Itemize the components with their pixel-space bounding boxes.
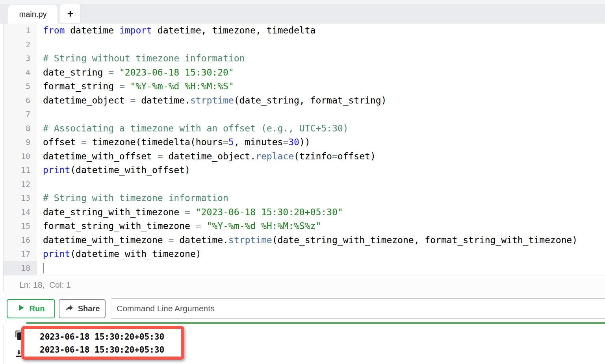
line-number: 10 [4, 150, 37, 164]
line-number: 17 [4, 247, 37, 261]
code-line[interactable]: # String without timezone information [43, 52, 605, 66]
line-number: 8 [4, 122, 37, 136]
line-number: 18 [4, 261, 37, 275]
output-icon-gutter [4, 322, 26, 364]
output-content: 2023-06-18 15:30:20+05:302023-06-18 15:3… [26, 322, 605, 364]
run-button[interactable]: Run [7, 299, 55, 318]
code-line[interactable]: date_string = "2023-06-18 15:30:20" [43, 66, 605, 80]
code-editor-panel: 123456789101112131415161718 from datetim… [3, 24, 605, 294]
line-number: 14 [4, 205, 37, 220]
code-line[interactable] [43, 107, 605, 122]
line-number: 12 [4, 177, 37, 192]
line-number: 6 [4, 94, 37, 108]
code-line[interactable]: datetime_object = datetime.strptime(date… [43, 94, 605, 108]
line-number: 5 [4, 79, 37, 94]
code-line[interactable]: format_string_with_timezone = "%Y-%m-%d … [43, 219, 605, 233]
line-number: 2 [4, 38, 37, 52]
code-line[interactable]: print(datetime_with_timezone) [43, 247, 605, 261]
line-number: 15 [4, 219, 37, 233]
download-output-button[interactable] [14, 348, 24, 358]
line-number: 9 [4, 135, 37, 150]
line-number: 3 [4, 52, 37, 66]
line-number: 16 [4, 233, 37, 248]
code-area[interactable]: from datetime import datetime, timezone,… [43, 24, 605, 275]
download-icon [14, 353, 24, 360]
copy-icon [14, 335, 24, 342]
tab-main-py-label: main.py [19, 10, 46, 19]
code-line[interactable]: format_string = "%Y-%m-%d %H:%M:%S" [43, 79, 605, 94]
share-button[interactable]: Share [59, 299, 106, 318]
code-line[interactable]: # String with timezone information [43, 191, 605, 205]
output-line: 2023-06-18 15:30:20+05:30 [40, 331, 164, 344]
line-number: 4 [4, 66, 37, 80]
line-number: 1 [4, 24, 37, 38]
share-arrow-icon [65, 303, 74, 314]
code-line[interactable]: datetime_with_timezone = datetime.strpti… [43, 233, 605, 248]
cursor-position-label: Ln: 18, Col: 1 [19, 280, 71, 290]
code-line[interactable]: # Associating a timezone with an offset … [43, 122, 605, 136]
run-button-label: Run [30, 304, 45, 313]
code-line[interactable]: offset = timezone(timedelta(hours=5, min… [43, 135, 605, 150]
status-bar: Ln: 18, Col: 1 [4, 275, 605, 294]
line-number: 13 [4, 191, 37, 205]
play-icon [17, 304, 25, 314]
tab-main-py[interactable]: main.py [8, 5, 58, 24]
line-number-gutter: 123456789101112131415161718 [4, 24, 37, 275]
share-button-label: Share [78, 304, 100, 313]
code-line[interactable] [43, 177, 605, 192]
output-text: 2023-06-18 15:30:20+05:302023-06-18 15:3… [40, 331, 164, 357]
code-line[interactable]: date_string_with_timezone = "2023-06-18 … [43, 205, 605, 220]
command-line-arguments-input[interactable] [111, 298, 605, 319]
code-line[interactable] [43, 38, 605, 52]
line-number: 7 [4, 107, 37, 122]
code-line[interactable] [43, 261, 605, 275]
line-number: 11 [4, 163, 37, 177]
output-panel: 2023-06-18 15:30:20+05:302023-06-18 15:3… [3, 322, 605, 364]
window-top-strip [0, 0, 605, 4]
code-line[interactable]: datetime_with_offset = datetime_object.r… [43, 150, 605, 164]
code-line[interactable]: from datetime import datetime, timezone,… [43, 24, 605, 38]
tab-bar [0, 4, 605, 24]
copy-output-button[interactable] [14, 330, 24, 340]
code-line[interactable]: print(datetime_with_offset) [43, 163, 605, 177]
new-tab-button[interactable]: + [60, 4, 81, 24]
text-cursor [43, 263, 44, 273]
plus-icon: + [67, 8, 74, 20]
output-line: 2023-06-18 15:30:20+05:30 [40, 344, 164, 357]
